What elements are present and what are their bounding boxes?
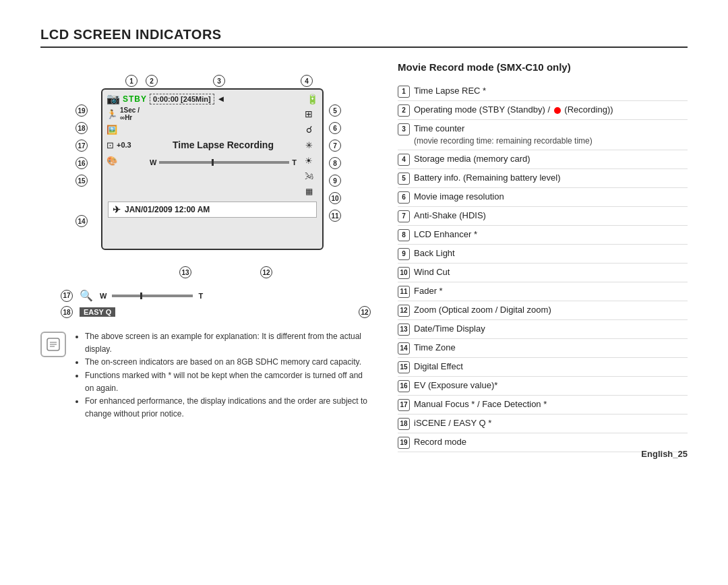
ind-num-10: 10: [398, 267, 410, 279]
indicator-item-18: 18iSCENE / EASY Q *: [398, 414, 688, 433]
section-title: LCD SCREEN INDICATORS: [40, 27, 688, 48]
ind-num-4: 4: [398, 154, 410, 166]
indicator-item-3: 3Time counter(movie recording time: rema…: [398, 120, 688, 150]
ind-text-7: Anti-Shake (HDIS): [414, 210, 688, 222]
ind-num-12: 12: [398, 305, 410, 317]
num-4: 4: [301, 75, 313, 87]
ev-row: ⊡ +0.3: [107, 137, 147, 152]
motion-icon: 🏃: [107, 109, 117, 119]
ind-text-12: Zoom (Optical zoom / Digital zoom): [414, 304, 688, 316]
right-panel: Movie Record mode (SMX-C10 only) 1Time L…: [398, 61, 688, 452]
ind-text-13: Date/Time Display: [414, 323, 688, 335]
extra-rows: 17 🔍 W T 18 EASY Q 12: [61, 289, 371, 318]
indicator-item-5: 5Battery info. (Remaining battery level): [398, 169, 688, 188]
ev-icon: ⊡: [107, 140, 114, 150]
ind-text-18: iSCENE / EASY Q *: [414, 417, 688, 429]
note-item-2: The on-screen indicators are based on an…: [85, 356, 371, 369]
ev-value: +0.3: [117, 141, 131, 149]
indicator-item-1: 1Time Lapse REC *: [398, 82, 688, 101]
ind-text-11: Fader *: [414, 285, 688, 297]
ind-text-15: Digital Effect: [414, 361, 688, 373]
ind-text-9: Back Light: [414, 247, 688, 259]
indicator-item-17: 17Manual Focus * / Face Detection *: [398, 396, 688, 414]
notes-section: The above screen is an example for expla…: [40, 330, 371, 421]
ind-num-18: 18: [398, 418, 410, 430]
zoom-thumb: [212, 159, 214, 166]
date-bar: ✈ JAN/01/2009 12:00 AM: [108, 202, 317, 218]
rec-dot: [554, 107, 561, 114]
num-2: 2: [146, 75, 158, 87]
extra-num-18: 18: [61, 306, 73, 318]
effect-icon: 🎨: [107, 156, 117, 166]
extra-zoom-bar: W T: [100, 292, 203, 300]
wind-icon: 🌬: [305, 171, 313, 181]
timezone-icon: ✈: [113, 204, 121, 215]
notes-list: The above screen is an example for expla…: [74, 330, 371, 421]
lcd-wrapper: 1 2 3 4 5 6 7 8 9 10 11 19 18 17 16 15 1…: [61, 68, 371, 284]
num-13: 13: [179, 266, 191, 278]
extra-num-12: 12: [359, 306, 371, 318]
ind-num-6: 6: [398, 191, 410, 204]
num-14: 14: [75, 215, 88, 227]
indicator-item-9: 9Back Light: [398, 245, 688, 264]
enhance-icon-row: ✳: [305, 137, 313, 152]
indicator-item-10: 10Wind Cut: [398, 264, 688, 282]
ind-text-2: Operating mode (STBY (Standby) / (Record…: [414, 104, 688, 116]
time-lapse-row: 1Sec / ∞Hr: [120, 106, 147, 121]
enhance-icon: ✳: [305, 140, 313, 150]
grid-icon-row: ⊞: [305, 106, 313, 121]
stby-label: STBY: [123, 94, 147, 104]
extra-row-17: 17 🔍 W T: [61, 289, 371, 302]
extra-row-18: 18 EASY Q 12: [61, 306, 371, 318]
ind-text-14: Time Zone: [414, 342, 688, 354]
ind-num-13: 13: [398, 324, 410, 336]
note-item-1: The above screen is an example for expla…: [85, 330, 371, 356]
note-item-4: For enhanced performance, the display in…: [85, 395, 371, 421]
note-icon: [40, 332, 66, 357]
num-5: 5: [329, 104, 341, 117]
extra-zoom-w: W: [100, 292, 107, 300]
page: LCD SCREEN INDICATORS 1 2 3 4 5 6 7 8 9 …: [0, 0, 728, 472]
indicator-item-2: 2Operating mode (STBY (Standby) / (Recor…: [398, 101, 688, 120]
num-8: 8: [329, 157, 341, 169]
image-mode-icon: 🖼️: [107, 125, 117, 135]
timecode: 0:00:00 [245Min]: [150, 94, 214, 104]
ind-num-1: 1: [398, 86, 410, 98]
num-17: 17: [75, 140, 88, 152]
backlight-icon-row: ☀: [305, 153, 313, 168]
hdis-icon: ☌: [306, 124, 312, 135]
indicator-item-15: 15Digital Effect: [398, 358, 688, 377]
ind-num-16: 16: [398, 380, 410, 392]
num-15: 15: [75, 175, 88, 187]
ind-text-4: Storage media (memory card): [414, 153, 688, 165]
ind-num-17: 17: [398, 399, 410, 411]
effect-icon-row: 🎨: [107, 153, 147, 168]
num-19: 19: [75, 104, 88, 117]
zoom-w-label: W: [150, 158, 156, 166]
ind-num-19: 19: [398, 437, 410, 449]
fader-icon-row: ▦: [305, 184, 313, 199]
indicator-item-14: 14Time Zone: [398, 339, 688, 358]
num-9: 9: [329, 175, 341, 187]
hdis-icon-row: ☌: [306, 122, 312, 137]
ind-num-2: 2: [398, 104, 410, 117]
left-panel: 1 2 3 4 5 6 7 8 9 10 11 19 18 17 16 15 1…: [40, 61, 371, 452]
ind-num-11: 11: [398, 286, 410, 298]
ind-text-3: Time counter(movie recording time: remai…: [414, 123, 688, 147]
camera-icon: 📷: [107, 92, 120, 105]
ind-text-8: LCD Enhancer *: [414, 228, 688, 241]
ind-num-3: 3: [398, 123, 410, 135]
wind-icon-row: 🌬: [305, 168, 313, 183]
lcd-screen: 📷 STBY 0:00:00 [245Min] ◄ 🔋: [101, 88, 324, 250]
num-6: 6: [329, 122, 341, 134]
ind-text-10: Wind Cut: [414, 266, 688, 278]
easyq-badge: EASY Q: [80, 307, 115, 317]
date-value: JAN/01/2009 12:00 AM: [125, 205, 210, 214]
ind-text-17: Manual Focus * / Face Detection *: [414, 398, 688, 410]
panel-title: Movie Record mode (SMX-C10 only): [398, 61, 688, 73]
ind-num-14: 14: [398, 342, 410, 355]
ind-num-8: 8: [398, 229, 410, 241]
num-1: 1: [125, 75, 138, 87]
grid-icon: ⊞: [305, 109, 313, 119]
ind-text-5: Battery info. (Remaining battery level): [414, 172, 688, 184]
